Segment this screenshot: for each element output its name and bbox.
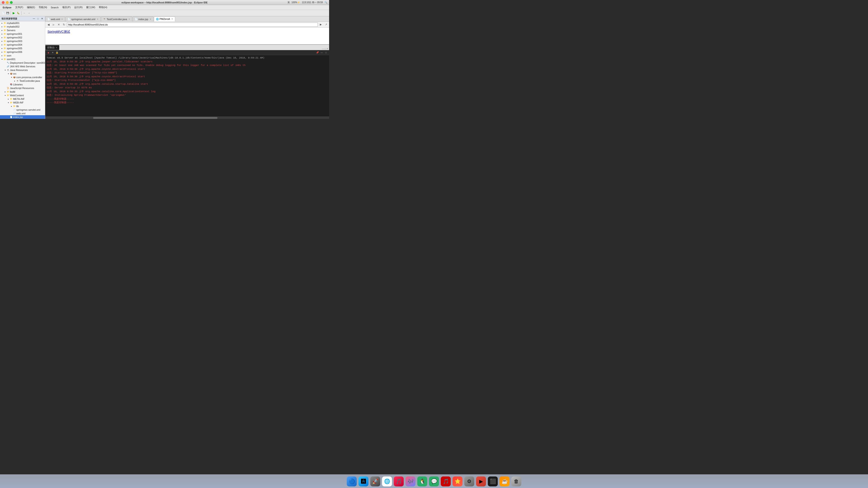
maximize-button[interactable] [10, 1, 13, 4]
sidebar-close[interactable]: ✕ [40, 17, 43, 20]
close-button[interactable] [2, 1, 4, 4]
browser-refresh[interactable]: ↻ [62, 22, 66, 27]
console-horizontal-scrollbar[interactable] [45, 117, 329, 119]
tab-testcontroller-java[interactable]: ☕TestController.java✕ [101, 17, 132, 22]
tree-item-icon: 📁 [6, 94, 9, 97]
tab-pmzeroa[interactable]: 🌐PMZeroA✕ [154, 17, 175, 22]
toolbar-run[interactable]: ▶ [11, 11, 16, 15]
tree-item-label: ssm001 [7, 58, 16, 61]
tree-item-springmvc006[interactable]: ▸📁springmvc006 [0, 50, 45, 54]
tree-arrow [4, 65, 6, 68]
tree-item-servers[interactable]: ▸📁Servers [0, 29, 45, 32]
tree-item-mybatis001[interactable]: ▸📁mybatis001 [0, 21, 45, 25]
tab-springmvc-servlet-xml[interactable]: 📄springmvc-servlet.xml✕ [66, 17, 100, 22]
tree-item-springmvc002[interactable]: ▸📁springmvc002 [0, 36, 45, 39]
tab-web-xml[interactable]: 📄web.xml✕ [45, 17, 65, 22]
tree-item-deployment-descriptor--ssm001[interactable]: 🔧Deployment Descriptor: ssm001 [0, 61, 45, 65]
tree-item-label: springmvc001 [7, 33, 22, 35]
tab-close-btn[interactable]: ✕ [128, 18, 130, 20]
tree-item-meta-inf[interactable]: ▸📁META-INF [0, 97, 45, 101]
sidebar-maximize[interactable]: □ [36, 17, 39, 20]
tree-item-icon: 📁 [3, 51, 6, 54]
toolbar-back[interactable]: ← [22, 11, 27, 15]
toolbar-sep2 [21, 11, 22, 15]
console-maximize[interactable]: □ [324, 51, 328, 55]
menu-project[interactable]: 项目(P) [60, 5, 72, 9]
console-panel: 控制台 ✕ — □ ✕ ■ ✕ 🔒 📌 — □ Tomcat v8.5 Se [45, 44, 329, 119]
tree-item-testcontroller-java[interactable]: ▸☕TestController.java [0, 79, 45, 83]
page-content-link[interactable]: SpringMVC测试 [48, 30, 70, 33]
tree-item-build[interactable]: ▸📁build [0, 90, 45, 94]
tree-item-label: springmvc-servlet.xml [16, 108, 40, 111]
tree-item-web-inf[interactable]: ▾📁WEB-INF [0, 101, 45, 104]
console-clear[interactable]: ✕ [51, 51, 55, 55]
tab-close-btn[interactable]: ✕ [97, 18, 98, 20]
tab-close-btn[interactable]: ✕ [171, 18, 173, 20]
tree-item-src[interactable]: ▾📦src [0, 72, 45, 75]
browser-go[interactable]: ▶ [318, 22, 323, 27]
browser-forward[interactable]: ▶ [51, 22, 56, 27]
tab-close-btn[interactable]: ✕ [61, 18, 63, 20]
tree-item-mybatis002[interactable]: ▸📁mybatis002 [0, 25, 45, 29]
tree-item-web-xml[interactable]: 📄web.xml [0, 111, 45, 115]
tree-item-springmvc-servlet-xml[interactable]: 📄springmvc-servlet.xml [0, 108, 45, 111]
browser-stop[interactable]: ✕ [57, 22, 61, 27]
tree-arrow: ▸ [1, 22, 3, 24]
console-stop[interactable]: ■ [46, 51, 50, 55]
menu-run[interactable]: 运行(R) [72, 5, 84, 9]
tree-item-javascript-resources[interactable]: 📜JavaScript Resources [0, 86, 45, 90]
tree-item-icon: ☕ [16, 79, 19, 83]
console-minimize[interactable]: — [320, 51, 323, 55]
tree-item-lib[interactable]: ▸📁lib [0, 104, 45, 108]
tree-item-icon: 📁 [3, 47, 6, 50]
url-input[interactable] [67, 23, 318, 27]
menu-window[interactable]: 窗口(W) [84, 5, 97, 9]
tree-item-ssm[interactable]: ▸📁ssm [0, 54, 45, 57]
toolbar-forward[interactable]: → [27, 11, 31, 15]
search-icon[interactable]: 🔍 [324, 1, 327, 4]
console-tab-close[interactable]: ✕ [56, 46, 57, 49]
tree-arrow: ▸ [1, 51, 3, 53]
tree-item-index-jsp[interactable]: 📄index.jsp [0, 115, 45, 119]
console-ctrl-1[interactable]: — [322, 47, 324, 50]
toolbar-save[interactable]: 💾 [5, 11, 10, 15]
tab-close-btn[interactable]: ✕ [150, 18, 151, 20]
menu-search[interactable]: Search [49, 6, 61, 9]
tab-icon: 📄 [47, 18, 50, 20]
tree-item-springmvc003[interactable]: ▸📁springmvc003 [0, 39, 45, 43]
tree-item-springmvc004[interactable]: ▸📁springmvc004 [0, 43, 45, 46]
tree-item-springmvc001[interactable]: ▸📁springmvc001 [0, 32, 45, 36]
console-scroll-lock[interactable]: 🔒 [55, 51, 59, 55]
console-pin[interactable]: 📌 [315, 51, 319, 55]
tree-item-ssm001[interactable]: ▾📁ssm001 [0, 57, 45, 61]
console-ctrl-2[interactable]: □ [324, 47, 326, 50]
tree-item-icon: 📄 [9, 116, 13, 119]
menu-help[interactable]: 帮助(H) [97, 5, 109, 9]
project-explorer: 项目资源管理器 — □ ✕ ▸📁mybatis001▸📁mybatis002▸📁… [0, 16, 45, 119]
tree-arrow [7, 84, 9, 86]
tree-arrow: ▸ [1, 26, 3, 28]
tab-index-jsp[interactable]: 📄index.jsp✕ [133, 17, 153, 22]
tree-item-icon: 📁 [3, 29, 6, 32]
sidebar-minimize[interactable]: — [32, 17, 35, 20]
menu-navigate[interactable]: 导航(N) [37, 5, 49, 9]
console-line: 信息: Starting ProtocolHandler ["ajp-nio-8… [46, 78, 328, 82]
tree-item-com-pmzeroa-controller[interactable]: ▾📦com.pmzeroa.controller [0, 75, 45, 79]
console-ctrl-3[interactable]: ✕ [327, 47, 328, 50]
window-title: eclipse-workspace – http://localhost:808… [122, 1, 208, 4]
tree-item-springmvc005[interactable]: ▸📁springmvc005 [0, 46, 45, 50]
toolbar-new[interactable]: 📄 [1, 11, 5, 15]
console-scroll-thumb[interactable] [93, 117, 217, 119]
tree-item-jax-ws-web-services[interactable]: 🔗JAX-WS Web Services [0, 65, 45, 68]
browser-open-external[interactable]: ↗ [324, 22, 328, 27]
console-tab[interactable]: 控制台 ✕ [45, 45, 59, 50]
tree-item-webcontent[interactable]: ▾📁WebContent [0, 94, 45, 97]
toolbar-debug[interactable]: 🐛 [16, 11, 21, 15]
tree-item-java-resources[interactable]: ▾☕Java Resources [0, 68, 45, 72]
menu-eclipse[interactable]: Eclipse [1, 6, 13, 9]
tree-item-libraries[interactable]: 📚Libraries [0, 83, 45, 86]
menu-file[interactable]: 文件(F) [13, 5, 25, 9]
browser-back[interactable]: ◀ [46, 22, 51, 27]
minimize-button[interactable] [6, 1, 8, 4]
menu-edit[interactable]: 编辑(E) [25, 5, 37, 9]
